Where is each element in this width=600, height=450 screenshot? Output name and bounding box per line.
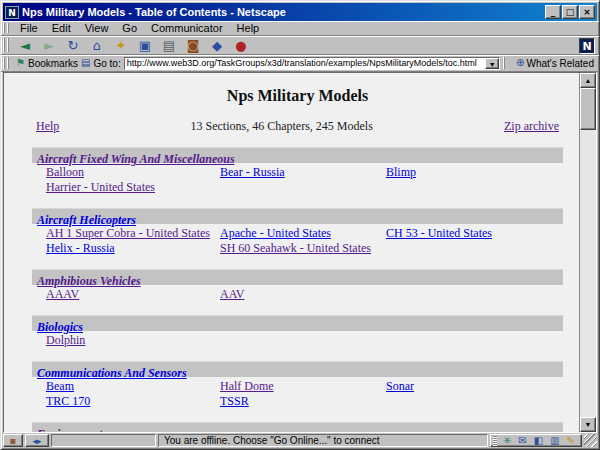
home-button[interactable]: ⌂ bbox=[85, 37, 109, 54]
model-link[interactable]: SH 60 Seahawk - United States bbox=[220, 241, 386, 256]
component-bar: ✳✉◧▥✎ bbox=[490, 434, 582, 447]
toc-section: Communications And Sensors BeamHalf Dome… bbox=[32, 361, 563, 409]
section-header-band: Environment bbox=[32, 422, 563, 432]
toc-section: Amphibious Vehicles AAAVAAV bbox=[32, 269, 563, 302]
close-button[interactable]: × bbox=[579, 5, 595, 19]
back-button[interactable]: ◄ bbox=[13, 37, 37, 54]
locationbar-grip-handle[interactable] bbox=[3, 57, 10, 69]
guide-icon: ▣ bbox=[139, 39, 151, 52]
inbox-icon[interactable]: ✉ bbox=[518, 436, 526, 446]
security-lock-button[interactable]: ◙ bbox=[3, 434, 23, 447]
section-model-links: Dolphin bbox=[46, 333, 563, 348]
section-title-link[interactable]: Biologics bbox=[37, 320, 83, 334]
minimize-button[interactable]: _ bbox=[545, 5, 561, 19]
model-link[interactable]: Helix - Russia bbox=[46, 241, 220, 256]
addressbook-icon[interactable]: ▥ bbox=[550, 436, 559, 446]
model-link[interactable]: Dolphin bbox=[46, 333, 220, 348]
online-status-button[interactable]: ◂▸ bbox=[25, 434, 49, 447]
menu-bar-items: FileEditViewGoCommunicatorHelp bbox=[13, 22, 266, 34]
newsgroups-icon[interactable]: ◧ bbox=[534, 436, 543, 446]
page-title: Nps Military Models bbox=[32, 87, 563, 105]
menu-help[interactable]: Help bbox=[230, 22, 267, 34]
reload-button[interactable]: ↻ bbox=[61, 37, 85, 54]
security-icon: ◙ bbox=[187, 39, 200, 52]
model-link[interactable]: TRC 170 bbox=[46, 394, 220, 409]
guide-button[interactable]: ▣ bbox=[133, 37, 157, 54]
print-button[interactable]: ▤ bbox=[157, 37, 181, 54]
url-box: ▼ bbox=[124, 57, 500, 70]
forward-button[interactable]: ► bbox=[37, 37, 61, 54]
model-link[interactable]: CH 53 - United States bbox=[386, 226, 563, 241]
navigator-icon[interactable]: ✳ bbox=[503, 436, 511, 446]
search-button[interactable]: ✦ bbox=[109, 37, 133, 54]
help-link[interactable]: Help bbox=[36, 119, 59, 134]
model-link[interactable]: Balloon bbox=[46, 165, 220, 180]
section-title-link[interactable]: Amphibious Vehicles bbox=[37, 274, 141, 288]
window-controls: _□× bbox=[544, 5, 595, 19]
reload-icon: ↻ bbox=[68, 39, 79, 52]
progress-bar bbox=[51, 434, 156, 447]
model-link[interactable]: Half Dome bbox=[220, 379, 386, 394]
menu-edit[interactable]: Edit bbox=[45, 22, 78, 34]
section-title-link[interactable]: Environment bbox=[37, 427, 102, 432]
zip-archive-link[interactable]: Zip archive bbox=[504, 119, 559, 134]
scrollbar-track[interactable] bbox=[580, 88, 596, 417]
model-link[interactable]: AH 1 Super Cobra - United States bbox=[46, 226, 220, 241]
url-dropdown-button[interactable]: ▼ bbox=[485, 58, 499, 69]
toolbar-grip-handle[interactable] bbox=[3, 38, 10, 52]
model-link[interactable]: TSSR bbox=[220, 394, 386, 409]
url-input[interactable] bbox=[125, 58, 485, 69]
toolbar-buttons: ◄►↻⌂✦▣▤◙◆● bbox=[13, 37, 253, 54]
menu-communicator[interactable]: Communicator bbox=[144, 22, 230, 34]
stop-button[interactable]: ● bbox=[229, 37, 253, 54]
menu-bar: FileEditViewGoCommunicatorHelp bbox=[1, 21, 599, 36]
model-link[interactable]: Sonar bbox=[386, 379, 563, 394]
scroll-down-button[interactable]: ▼ bbox=[580, 417, 596, 432]
model-link[interactable]: Blimp bbox=[386, 165, 563, 180]
component-bar-icons: ✳✉◧▥✎ bbox=[503, 436, 575, 446]
model-link[interactable]: Bear - Russia bbox=[220, 165, 386, 180]
toc-section: Aircraft Helicopters AH 1 Super Cobra - … bbox=[32, 208, 563, 256]
model-link[interactable]: Harrier - United States bbox=[46, 180, 220, 195]
status-bar: ◙ ◂▸ You are offline. Choose "Go Online.… bbox=[1, 433, 599, 449]
bookmarks-button[interactable]: Bookmarks bbox=[28, 58, 78, 69]
window-title: Nps Military Models - Table of Contents … bbox=[22, 6, 541, 18]
model-link[interactable]: AAAV bbox=[46, 287, 220, 302]
whats-related-label: What's Related bbox=[527, 58, 595, 69]
composer-icon[interactable]: ✎ bbox=[567, 436, 575, 446]
menubar-grip-handle[interactable] bbox=[3, 23, 10, 33]
page-summary: 13 Sections, 46 Chapters, 245 Models bbox=[59, 119, 504, 134]
section-title-link[interactable]: Communications And Sensors bbox=[37, 366, 187, 380]
netscape-app-icon: N bbox=[5, 6, 19, 19]
sections: Aircraft Fixed Wing And Miscellaneous Ba… bbox=[32, 147, 563, 432]
shop-icon: ◆ bbox=[212, 39, 222, 52]
toc-section: Aircraft Fixed Wing And Miscellaneous Ba… bbox=[32, 147, 563, 195]
menu-view[interactable]: View bbox=[78, 22, 116, 34]
section-title-link[interactable]: Aircraft Fixed Wing And Miscellaneous bbox=[37, 152, 235, 166]
section-model-links: AH 1 Super Cobra - United StatesApache -… bbox=[46, 226, 563, 256]
toc-section: Biologics Dolphin bbox=[32, 315, 563, 348]
location-bar: ⚑ Bookmarks ▤ Go to: ▼ ⊕ What's Related bbox=[1, 55, 599, 72]
model-link[interactable]: Beam bbox=[46, 379, 220, 394]
window-resize-grip[interactable] bbox=[584, 434, 597, 447]
shop-button[interactable]: ◆ bbox=[205, 37, 229, 54]
model-link[interactable]: Apache - United States bbox=[220, 226, 386, 241]
scrollbar-thumb[interactable] bbox=[580, 88, 596, 130]
navigation-toolbar: ◄►↻⌂✦▣▤◙◆● bbox=[1, 36, 599, 55]
whats-related-button[interactable]: ⊕ What's Related bbox=[513, 56, 597, 70]
scroll-up-button[interactable]: ▲ bbox=[580, 73, 596, 88]
title-bar[interactable]: N Nps Military Models - Table of Content… bbox=[3, 3, 597, 21]
vertical-scrollbar[interactable]: ▲ ▼ bbox=[580, 73, 596, 432]
security-button[interactable]: ◙ bbox=[181, 37, 205, 54]
section-title-link[interactable]: Aircraft Helicopters bbox=[37, 213, 136, 227]
maximize-button[interactable]: □ bbox=[562, 5, 578, 19]
page-meta-row: Help 13 Sections, 46 Chapters, 245 Model… bbox=[32, 119, 563, 134]
netscape-logo[interactable]: N bbox=[579, 38, 595, 54]
menu-go[interactable]: Go bbox=[115, 22, 144, 34]
model-link[interactable]: AAV bbox=[220, 287, 386, 302]
home-icon: ⌂ bbox=[93, 39, 101, 52]
component-bar-handle[interactable] bbox=[493, 436, 497, 446]
section-header-band: Biologics bbox=[32, 315, 563, 331]
page-proxy-icon[interactable]: ▤ bbox=[81, 58, 90, 68]
menu-file[interactable]: File bbox=[13, 22, 45, 34]
